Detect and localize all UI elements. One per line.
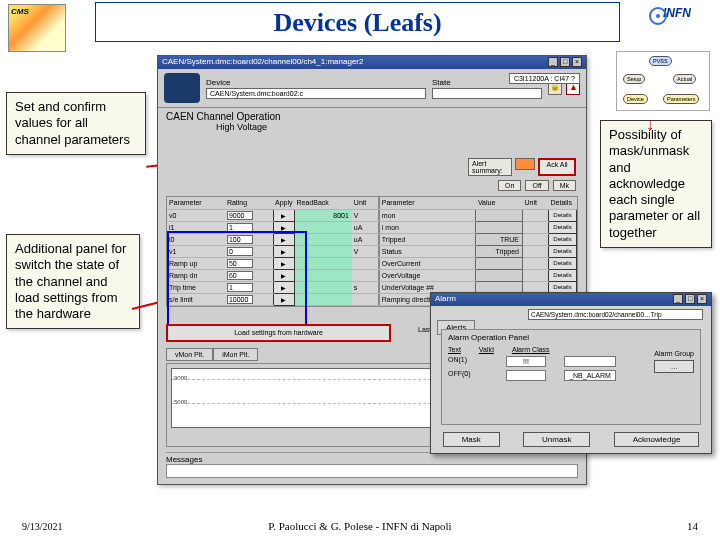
alarm-col-valid: Valid xyxy=(479,346,494,353)
infn-logo: INFN xyxy=(646,6,708,40)
mask-button[interactable]: Mask xyxy=(443,432,500,447)
fsm-node-pvss: PVSS xyxy=(649,56,672,66)
details-button[interactable]: Details xyxy=(549,245,577,257)
close-icon[interactable]: × xyxy=(697,294,707,304)
ytick: 9000 xyxy=(174,375,187,381)
mask-on-button[interactable]: On xyxy=(498,180,521,191)
ack-all-button[interactable]: Ack All xyxy=(538,158,576,176)
state-field xyxy=(432,88,542,99)
alarm-path-field: CAEN/System.dmc:board02/channel00…Trip xyxy=(528,309,703,320)
apply-button[interactable]: ▶ xyxy=(273,209,295,221)
device-field: CAEN/System.dmc:board02:c xyxy=(206,88,426,99)
alarm-row-valid: !!! xyxy=(506,356,546,367)
tab-vmon[interactable]: vMon Plt. xyxy=(166,348,213,361)
red-arrow-icon: ↓ xyxy=(646,116,654,134)
col-value: Value xyxy=(476,197,523,209)
alarm-window-title: Alarm xyxy=(435,294,456,305)
slide-title: Devices (Leafs) xyxy=(95,2,620,42)
maximize-icon[interactable]: □ xyxy=(560,57,570,67)
cms-logo: CMS xyxy=(8,4,66,52)
close-icon[interactable]: × xyxy=(572,57,582,67)
col-parameter: Parameter xyxy=(167,197,225,209)
col-rating: Rating xyxy=(225,197,273,209)
details-button[interactable]: Details xyxy=(549,269,577,281)
fsm-node-setup: Setup xyxy=(623,74,645,84)
alert-summary-button[interactable]: Alert summary: xyxy=(468,158,512,176)
alarm-group-button[interactable]: … xyxy=(654,360,694,373)
param-input[interactable] xyxy=(227,211,253,220)
col-apply: Apply xyxy=(273,197,295,209)
maximize-icon[interactable]: □ xyxy=(685,294,695,304)
details-button[interactable]: Details xyxy=(549,209,577,221)
device-icon xyxy=(164,73,200,103)
alarm-col-text: Text xyxy=(448,346,461,353)
channel-code-field: C3I11200A : CI47 ? xyxy=(509,73,580,84)
fsm-diagram: PVSS Setup Actual Device Parameters xyxy=(616,51,710,111)
alarm-row-valid xyxy=(506,370,546,381)
alarm-row-text: OFF(0) xyxy=(448,370,488,381)
col-details: Details xyxy=(549,197,577,209)
footer-page-number: 14 xyxy=(687,520,698,532)
minimize-icon[interactable]: _ xyxy=(673,294,683,304)
fsm-node-params: Parameters xyxy=(663,94,699,104)
table-row: v0▶8001VmonDetails xyxy=(167,209,577,221)
col-parameter-r: Parameter xyxy=(380,197,476,209)
alarm-row-class: _NB_ALARM xyxy=(564,370,616,381)
hv-label: High Voltage xyxy=(216,122,578,132)
unmask-button[interactable]: Unmask xyxy=(523,432,590,447)
fsm-node-device: Device xyxy=(623,94,648,104)
col-readback: ReadBack xyxy=(295,197,352,209)
alert-color-swatch xyxy=(515,158,535,170)
note-set-confirm: Set and confirm values for all channel p… xyxy=(6,92,146,155)
svg-point-1 xyxy=(656,14,660,18)
alarm-panel-title: Alarm Operation Panel xyxy=(448,333,694,342)
parameter-table: Parameter Rating Apply ReadBack Unit Par… xyxy=(166,196,578,307)
details-button[interactable]: Details xyxy=(549,221,577,233)
mask-mk-button[interactable]: Mk xyxy=(553,180,576,191)
alarm-window: Alarm _ □ × CAEN/System.dmc:board02/chan… xyxy=(430,292,712,454)
load-settings-button[interactable]: Load settings from hardware xyxy=(166,324,391,342)
fsm-node-actual: Actual xyxy=(673,74,696,84)
note-mask-unmask: Possibility of mask/unmask and acknowled… xyxy=(600,120,712,248)
ytick: 5000 xyxy=(174,399,187,405)
col-unit: Unit xyxy=(352,197,378,209)
messages-label: Messages xyxy=(166,455,578,464)
mask-off-button[interactable]: Off xyxy=(525,180,548,191)
window-titlebar: CAEN/System.dmc:board02/channel00/ch4_1:… xyxy=(158,56,586,69)
window-title: CAEN/System.dmc:board02/channel00/ch4_1:… xyxy=(162,57,363,68)
section-title: CAEN Channel Operation xyxy=(166,111,578,122)
param-highlight xyxy=(167,231,307,327)
details-button[interactable]: Details xyxy=(549,257,577,269)
acknowledge-button[interactable]: Acknowledge xyxy=(614,432,700,447)
footer-authors: P. Paolucci & G. Polese - INFN di Napoli xyxy=(0,520,720,532)
alarm-col-class: Alarm Class xyxy=(512,346,572,353)
col-unit-r: Unit xyxy=(523,197,549,209)
alarm-group-label: Alarm Group xyxy=(654,350,694,357)
device-label: Device xyxy=(206,78,426,87)
alarm-row-text: ON(1) xyxy=(448,356,488,367)
details-button[interactable]: Details xyxy=(549,233,577,245)
alarm-titlebar: Alarm _ □ × xyxy=(431,293,711,306)
alarm-panel: Alarm Operation Panel Text Valid Alarm C… xyxy=(441,329,701,425)
alarm-row-class xyxy=(564,356,616,367)
minimize-icon[interactable]: _ xyxy=(548,57,558,67)
note-additional-panel: Additional panel for switch the state of… xyxy=(6,234,140,329)
messages-box xyxy=(166,464,578,478)
tab-imon[interactable]: iMon Plt. xyxy=(213,348,258,361)
